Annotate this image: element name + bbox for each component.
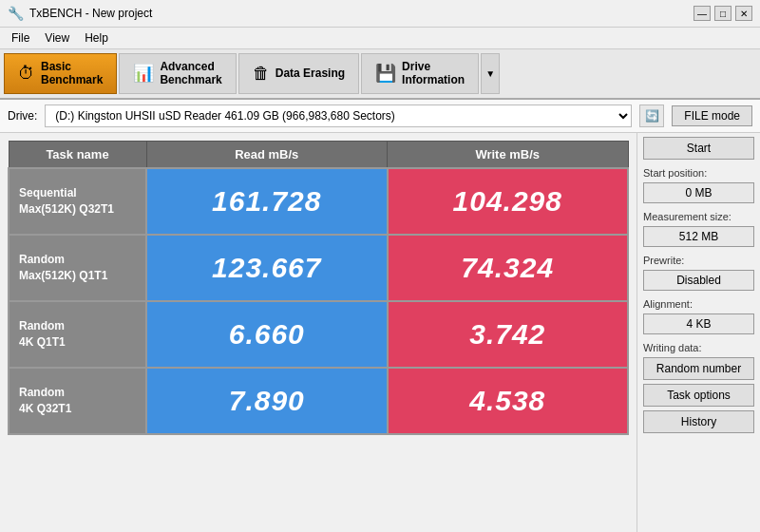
measurement-size-value: 512 MB [643,226,754,247]
data-erasing-icon: 🗑 [253,64,270,84]
basic-benchmark-icon: ⏱ [18,64,35,84]
start-position-value: 0 MB [643,182,754,203]
toolbar: ⏱ BasicBenchmark 📊 AdvancedBenchmark 🗑 D… [0,49,760,100]
app-icon: 🔧 [8,6,24,21]
close-button[interactable]: ✕ [735,6,752,21]
benchmark-table: Task name Read mB/s Write mB/s Sequentia… [8,141,629,435]
prewrite-value: Disabled [643,270,754,291]
tab-erasing-label: Data Erasing [276,66,345,80]
maximize-button[interactable]: □ [714,6,732,21]
history-button[interactable]: History [643,410,754,433]
table-row: Random4K Q1T1 6.660 3.742 [9,301,628,368]
row4-write: 4.538 [388,368,629,434]
row3-write: 3.742 [388,301,629,368]
menubar: File View Help [0,28,760,49]
row1-name: SequentialMax(512K) Q32T1 [9,168,146,235]
table-row: SequentialMax(512K) Q32T1 161.728 104.29… [9,168,628,235]
window-controls[interactable]: — □ ✕ [694,6,752,21]
advanced-benchmark-icon: 📊 [133,63,154,84]
col-write: Write mB/s [388,141,629,168]
menu-help[interactable]: Help [77,29,116,47]
measurement-size-label: Measurement size: [643,211,754,222]
table-area: Task name Read mB/s Write mB/s Sequentia… [0,133,636,532]
table-row: RandomMax(512K) Q1T1 123.667 74.324 [9,235,628,301]
menu-view[interactable]: View [37,29,77,47]
alignment-value: 4 KB [643,314,754,334]
writing-data-button[interactable]: Random number [643,357,754,380]
row2-write: 74.324 [388,235,629,301]
row3-read: 6.660 [146,301,388,368]
alignment-label: Alignment: [643,298,754,310]
task-options-button[interactable]: Task options [643,384,754,407]
titlebar: 🔧 TxBENCH - New project — □ ✕ [0,0,760,28]
app-title: TxBENCH - New project [29,7,152,20]
row3-name: Random4K Q1T1 [9,301,146,368]
tab-data-erasing[interactable]: 🗑 Data Erasing [238,53,359,94]
row4-read: 7.890 [146,368,388,434]
sidebar: Start Start position: 0 MB Measurement s… [636,133,760,532]
row1-write: 104.298 [388,168,629,235]
start-position-label: Start position: [643,167,754,179]
tab-basic-label: BasicBenchmark [41,60,103,87]
main-content: Task name Read mB/s Write mB/s Sequentia… [0,133,760,532]
minimize-button[interactable]: — [694,6,711,21]
start-button[interactable]: Start [643,137,754,160]
prewrite-label: Prewrite: [643,255,754,266]
writing-data-label: Writing data: [643,342,754,353]
row1-read: 161.728 [146,168,388,235]
file-mode-button[interactable]: FILE mode [672,105,752,126]
col-task-name: Task name [9,141,146,168]
drive-label: Drive: [8,109,37,123]
drive-information-icon: 💾 [375,63,396,84]
tab-drive-label: DriveInformation [402,60,465,87]
row2-read: 123.667 [146,235,388,301]
tab-advanced-label: AdvancedBenchmark [160,60,221,87]
tab-overflow-button[interactable]: ▼ [481,53,500,94]
row4-name: Random4K Q32T1 [9,368,146,434]
tab-basic-benchmark[interactable]: ⏱ BasicBenchmark [4,53,117,94]
tab-advanced-benchmark[interactable]: 📊 AdvancedBenchmark [119,53,236,94]
tab-drive-information[interactable]: 💾 DriveInformation [361,53,479,94]
drive-select[interactable]: (D:) Kingston UHSII uSD Reader 461.09 GB… [45,104,632,127]
col-read: Read mB/s [146,141,388,168]
drivebar: Drive: (D:) Kingston UHSII uSD Reader 46… [0,100,760,133]
drive-refresh-button[interactable]: 🔄 [639,104,664,127]
row2-name: RandomMax(512K) Q1T1 [9,235,146,301]
menu-file[interactable]: File [4,29,37,47]
table-row: Random4K Q32T1 7.890 4.538 [9,368,628,434]
